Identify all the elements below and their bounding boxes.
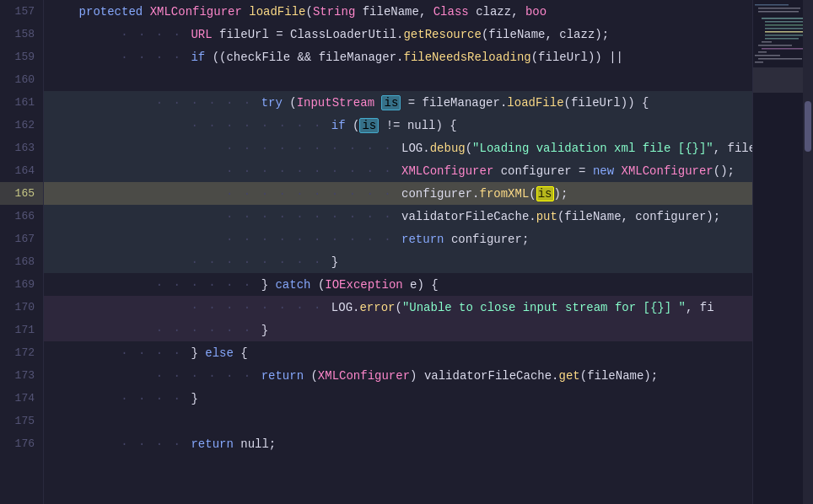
code-dots: · · · · bbox=[51, 392, 191, 405]
code-line-164: · · · · · · · · · · XMLConfigurer config… bbox=[44, 159, 752, 182]
code-line-162: · · · · · · · · if ( is != null) { bbox=[44, 114, 752, 137]
code-text: ((checkFile && fileManager. bbox=[213, 51, 404, 64]
svg-rect-17 bbox=[755, 62, 763, 63]
scrollbar-thumb[interactable] bbox=[805, 101, 811, 152]
code-line-170: · · · · · · · · LOG. error ( "Unable to … bbox=[44, 296, 752, 319]
code-text: LOG. bbox=[401, 142, 430, 155]
code-text: ( bbox=[305, 5, 312, 19]
code-text: ( bbox=[395, 301, 401, 314]
code-text: (fileName); bbox=[580, 369, 658, 383]
line-numbers: 157 158 159 160 161 162 163 164 165 166 … bbox=[0, 0, 44, 504]
line-num-170: 170 bbox=[0, 296, 43, 319]
svg-rect-7 bbox=[765, 28, 803, 29]
code-text: boo bbox=[525, 5, 546, 19]
svg-rect-0 bbox=[755, 4, 789, 6]
code-content: protected XMLConfigurer loadFile ( Strin… bbox=[44, 0, 752, 504]
code-text: put bbox=[536, 210, 557, 223]
line-num-158: 158 bbox=[0, 23, 43, 46]
code-text: if bbox=[191, 51, 212, 64]
code-text: Class bbox=[433, 5, 476, 19]
code-text: , fi bbox=[686, 301, 714, 314]
code-text: return bbox=[191, 437, 240, 451]
code-text: clazz, bbox=[476, 5, 525, 19]
line-num-176: 176 bbox=[0, 432, 43, 455]
code-dots: · · · · · · bbox=[51, 369, 261, 383]
code-text: XMLConfigurer bbox=[401, 164, 501, 178]
code-line-176: · · · · return null; bbox=[44, 432, 752, 455]
code-text: ( bbox=[289, 96, 296, 110]
svg-rect-2 bbox=[758, 11, 799, 13]
code-text: } bbox=[191, 346, 205, 360]
svg-rect-4 bbox=[762, 18, 803, 19]
code-dots: · · · · bbox=[51, 51, 191, 64]
svg-rect-16 bbox=[758, 58, 802, 60]
highlight-is-yellow: is bbox=[536, 186, 554, 201]
code-text: LOG. bbox=[331, 301, 360, 314]
line-num-171: 171 bbox=[0, 319, 43, 341]
line-num-169: 169 bbox=[0, 273, 43, 296]
line-num-164: 164 bbox=[0, 159, 43, 182]
line-num-168: 168 bbox=[0, 250, 43, 273]
line-num-173: 173 bbox=[0, 364, 43, 387]
code-text: } bbox=[261, 324, 268, 337]
line-num-172: 172 bbox=[0, 341, 43, 364]
code-text: null; bbox=[240, 437, 276, 451]
vertical-scrollbar[interactable] bbox=[803, 0, 813, 504]
code-dots: · · · · · · · · · · bbox=[51, 142, 401, 155]
highlight-is: is bbox=[381, 95, 401, 110]
code-text: ); bbox=[554, 187, 568, 201]
code-text bbox=[51, 5, 79, 19]
code-text: ( bbox=[529, 187, 536, 201]
code-dots: · · · · · · · · · · bbox=[51, 210, 401, 223]
svg-rect-1 bbox=[758, 8, 800, 9]
code-dots: · · · · bbox=[51, 28, 191, 41]
code-line-168: · · · · · · · · } bbox=[44, 250, 752, 273]
code-text: (fileUrl)) { bbox=[564, 96, 649, 110]
code-dots: · · · · · · bbox=[51, 96, 261, 110]
line-num-174: 174 bbox=[0, 387, 43, 410]
line-num-165: 165 bbox=[0, 182, 43, 205]
code-line-172: · · · · } else { bbox=[44, 341, 752, 364]
code-text: fileName, bbox=[363, 5, 433, 19]
line-num-175: 175 bbox=[0, 410, 43, 432]
svg-rect-11 bbox=[762, 41, 772, 43]
code-dots: · · · · bbox=[51, 346, 191, 360]
line-num-160: 160 bbox=[0, 68, 43, 91]
line-num-157: 157 bbox=[0, 0, 43, 23]
code-dots: · · · · · · · · bbox=[51, 119, 331, 132]
code-text: debug bbox=[430, 142, 466, 155]
code-line-163: · · · · · · · · · · LOG. debug ( "Loadin… bbox=[44, 137, 752, 159]
code-line-157: protected XMLConfigurer loadFile ( Strin… bbox=[44, 0, 752, 23]
svg-rect-5 bbox=[765, 21, 803, 23]
minimap-viewport bbox=[753, 67, 803, 93]
code-line-171: · · · · · · } bbox=[44, 319, 752, 341]
code-text: fromXML bbox=[479, 187, 529, 201]
code-line-158: · · · · URL fileUrl = ClassLoaderUtil. g… bbox=[44, 23, 752, 46]
code-text: ( bbox=[466, 142, 472, 155]
minimap[interactable] bbox=[752, 0, 803, 504]
code-dots: · · · · · · · · bbox=[51, 301, 331, 314]
code-text: XMLConfigurer bbox=[622, 164, 713, 178]
code-text: validatorFileCache. bbox=[401, 210, 536, 223]
code-text: (fileUrl)) || bbox=[531, 51, 623, 64]
line-num-162: 162 bbox=[0, 114, 43, 137]
code-text: configurer. bbox=[401, 187, 479, 201]
code-text: ( bbox=[310, 369, 317, 383]
code-text: InputStream bbox=[297, 96, 382, 110]
code-dots: · · · · · · bbox=[51, 278, 261, 292]
code-text: fileNeedsReloading bbox=[403, 51, 530, 64]
code-text: IOException bbox=[325, 278, 410, 292]
code-text: (fileName, clazz); bbox=[482, 28, 609, 41]
code-dots: · · · · · · · · · · bbox=[51, 164, 401, 178]
code-dots: · · · · · · · · · · bbox=[51, 233, 401, 246]
svg-rect-13 bbox=[762, 48, 803, 50]
code-text: String bbox=[313, 5, 363, 19]
code-text: if bbox=[331, 119, 353, 132]
code-line-166: · · · · · · · · · · validatorFileCache. … bbox=[44, 205, 752, 228]
code-text: { bbox=[240, 346, 247, 360]
code-text: try bbox=[261, 96, 290, 110]
code-text: fileUrl = ClassLoaderUtil. bbox=[219, 28, 403, 41]
code-dots: · · · · · · · · · · bbox=[51, 187, 401, 201]
code-text: ( bbox=[318, 278, 325, 292]
code-line-161: · · · · · · try ( InputStream is = fileM… bbox=[44, 91, 752, 114]
